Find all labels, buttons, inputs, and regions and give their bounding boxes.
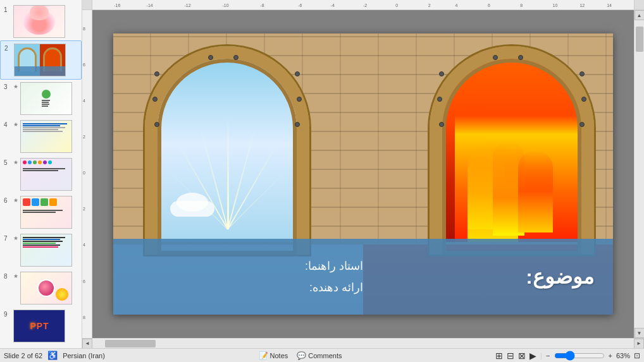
scrollbar-track-h[interactable] bbox=[92, 339, 634, 348]
bolt-6 bbox=[295, 122, 300, 127]
slide-preview-9: P P T bbox=[13, 310, 65, 342]
slide-thumb-9[interactable]: 9 P P T bbox=[0, 307, 82, 345]
notes-icon: 📝 bbox=[259, 351, 268, 360]
editor-body: 8 6 4 2 0 2 4 6 8 bbox=[82, 10, 644, 338]
scroll-left-button[interactable]: ◄ bbox=[82, 339, 92, 349]
slide-canvas: استاد راهنما: ارائه دهنده: موضوع: bbox=[113, 33, 613, 315]
slide-preview-3 bbox=[20, 82, 72, 115]
heaven-arch bbox=[145, 46, 309, 255]
accessibility-icon: ♿ bbox=[47, 351, 58, 360]
slide-thumb-3[interactable]: 3 ★ bbox=[0, 80, 82, 118]
scrollbar-track-v[interactable] bbox=[635, 20, 644, 328]
banner-right-section: موضوع: bbox=[363, 265, 594, 289]
slide-preview-5 bbox=[20, 158, 72, 191]
slide-panel: 1 2 3 ★ bbox=[0, 0, 82, 348]
scroll-right-button[interactable]: ► bbox=[634, 339, 644, 349]
scroll-up-button[interactable]: ▲ bbox=[635, 10, 645, 20]
slide-thumb-5[interactable]: 5 ★ bbox=[0, 155, 82, 193]
slide-num-3: 3 bbox=[4, 83, 11, 90]
comments-icon: 💬 bbox=[297, 351, 306, 360]
slide-star-5: ★ bbox=[13, 159, 18, 166]
bolt-r3 bbox=[439, 122, 444, 127]
slide-preview-1 bbox=[13, 5, 65, 38]
bolt-r7 bbox=[493, 55, 498, 60]
scrollbar-thumb-v[interactable] bbox=[636, 27, 643, 52]
zoom-level: 63% bbox=[616, 352, 630, 359]
slide-thumb-2[interactable]: 2 bbox=[0, 40, 82, 80]
scrollbar-vertical[interactable]: ▲ ▼ bbox=[634, 10, 644, 338]
slide-thumb-8[interactable]: 8 ★ bbox=[0, 269, 82, 307]
fit-button[interactable]: ⊡ bbox=[634, 351, 640, 360]
hell-arch-frame bbox=[430, 46, 594, 255]
slide-num-9: 9 bbox=[4, 311, 11, 318]
slide-num-1: 1 bbox=[4, 6, 11, 13]
status-left: Slide 2 of 62 ♿ Persian (Iran) bbox=[4, 351, 105, 360]
zoom-slider[interactable] bbox=[554, 352, 605, 359]
ruler-vertical: 8 6 4 2 0 2 4 6 8 bbox=[82, 10, 92, 338]
bolt-7 bbox=[208, 55, 213, 60]
slide-star-7: ★ bbox=[13, 235, 18, 241]
comments-button[interactable]: 💬 Comments bbox=[297, 351, 342, 360]
zoom-in-button[interactable]: + bbox=[609, 352, 612, 359]
status-bar: Slide 2 of 62 ♿ Persian (Iran) 📝 Notes 💬… bbox=[0, 348, 644, 362]
slide-star-8: ★ bbox=[13, 273, 18, 279]
bolt-r4 bbox=[579, 71, 585, 76]
bolt-3 bbox=[154, 122, 159, 127]
slide-star-4: ★ bbox=[13, 121, 18, 128]
slide-banner: استاد راهنما: ارائه دهنده: موضوع: bbox=[113, 239, 613, 315]
bolt-r1 bbox=[439, 71, 444, 76]
main-area: 1 2 3 ★ bbox=[0, 0, 644, 348]
bolt-r5 bbox=[581, 97, 586, 102]
bolt-4 bbox=[295, 71, 300, 76]
slide-thumb-6[interactable]: 6 ★ bbox=[0, 193, 82, 231]
bolt-r2 bbox=[437, 97, 442, 102]
slide-num-7: 7 bbox=[4, 235, 11, 242]
slide-num-8: 8 bbox=[4, 273, 11, 280]
scrollbar-horizontal[interactable]: ◄ ► bbox=[82, 338, 644, 348]
view-grid-icon[interactable]: ⊟ bbox=[507, 351, 514, 361]
slide-star-3: ★ bbox=[13, 83, 18, 90]
editor-area: -16 -14 -12 -10 -8 -6 -4 -2 0 2 4 6 8 10 bbox=[82, 0, 644, 348]
ruler-horizontal: -16 -14 -12 -10 -8 -6 -4 -2 0 2 4 6 8 10 bbox=[82, 0, 644, 10]
status-center: 📝 Notes 💬 Comments bbox=[259, 351, 342, 360]
slide-thumb-7[interactable]: 7 ★ bbox=[0, 231, 82, 269]
zoom-separator: | bbox=[540, 352, 542, 359]
view-reading-icon[interactable]: ⊠ bbox=[518, 351, 526, 361]
slide-preview-8 bbox=[20, 272, 72, 305]
slide-preview-6 bbox=[20, 196, 72, 229]
slide-thumb-4[interactable]: 4 ★ bbox=[0, 118, 82, 155]
zoom-out-button[interactable]: − bbox=[546, 352, 550, 359]
slide-info: Slide 2 of 62 bbox=[4, 352, 42, 359]
language-label: Persian (Iran) bbox=[63, 352, 105, 359]
view-normal-icon[interactable]: ⊞ bbox=[495, 351, 503, 361]
canvas-wrapper: استاد راهنما: ارائه دهنده: موضوع: bbox=[92, 10, 634, 338]
slide-preview-2 bbox=[14, 44, 66, 76]
slide-preview-7 bbox=[20, 234, 72, 267]
bolt-8 bbox=[233, 55, 238, 60]
bolt-r8 bbox=[518, 55, 523, 60]
bolt-5 bbox=[297, 97, 302, 102]
heaven-arch-frame bbox=[145, 46, 309, 255]
slide-star-6: ★ bbox=[13, 197, 18, 203]
instructor-label: استاد راهنما: bbox=[132, 259, 363, 273]
status-right: ⊞ ⊟ ⊠ ▶ | − + 63% ⊡ bbox=[495, 351, 640, 361]
notes-label: Notes bbox=[270, 352, 288, 359]
slide-preview-4 bbox=[20, 120, 72, 153]
slide-num-5: 5 bbox=[4, 159, 11, 166]
scrollbar-thumb-h[interactable] bbox=[105, 340, 156, 347]
slide-num-4: 4 bbox=[4, 121, 11, 128]
presenter-label: ارائه دهنده: bbox=[132, 281, 363, 294]
slide-title: موضوع: bbox=[526, 265, 594, 289]
banner-left-section: استاد راهنما: ارائه دهنده: bbox=[132, 259, 363, 294]
bolt-1 bbox=[154, 71, 159, 76]
comments-label: Comments bbox=[308, 352, 342, 359]
bolt-2 bbox=[152, 97, 158, 102]
slide-num-6: 6 bbox=[4, 197, 11, 204]
hell-arch bbox=[430, 46, 594, 255]
view-slideshow-icon[interactable]: ▶ bbox=[529, 351, 536, 361]
slide-num-2: 2 bbox=[4, 45, 12, 52]
scroll-down-button[interactable]: ▼ bbox=[635, 328, 645, 338]
bolt-r6 bbox=[579, 122, 585, 127]
slide-thumb-1[interactable]: 1 bbox=[0, 3, 82, 40]
notes-button[interactable]: 📝 Notes bbox=[259, 351, 288, 360]
